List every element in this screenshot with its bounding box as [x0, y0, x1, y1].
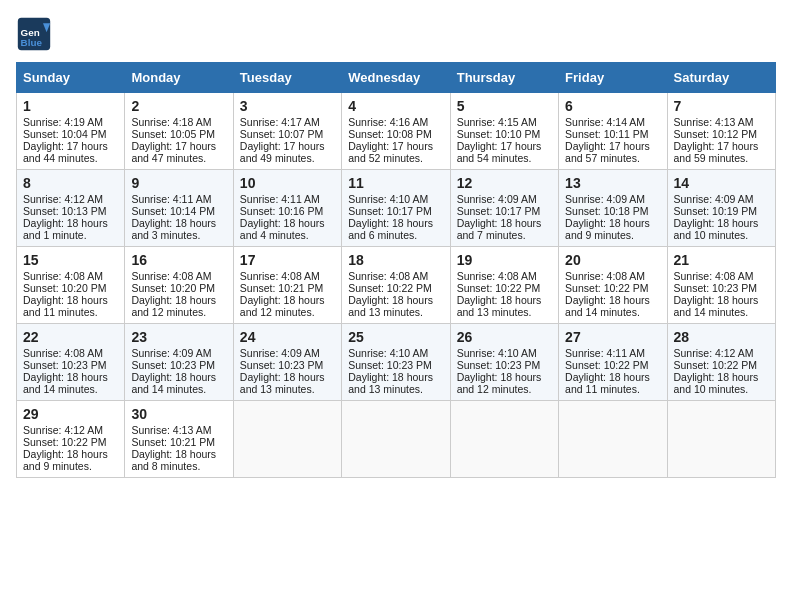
sunset-text: Sunset: 10:22 PM — [348, 282, 431, 294]
svg-text:Blue: Blue — [21, 37, 43, 48]
calendar-cell: 18 Sunrise: 4:08 AM Sunset: 10:22 PM Day… — [342, 247, 450, 324]
day-number: 4 — [348, 98, 443, 114]
sunrise-text: Sunrise: 4:09 AM — [565, 193, 645, 205]
sunset-text: Sunset: 10:11 PM — [565, 128, 648, 140]
sunset-text: Sunset: 10:23 PM — [240, 359, 323, 371]
calendar-cell: 29 Sunrise: 4:12 AM Sunset: 10:22 PM Day… — [17, 401, 125, 478]
calendar-cell — [450, 401, 558, 478]
sunrise-text: Sunrise: 4:08 AM — [565, 270, 645, 282]
daylight-text: Daylight: 17 hours and 57 minutes. — [565, 140, 650, 164]
daylight-text: Daylight: 17 hours and 44 minutes. — [23, 140, 108, 164]
daylight-text: Daylight: 18 hours and 12 minutes. — [240, 294, 325, 318]
sunrise-text: Sunrise: 4:09 AM — [131, 347, 211, 359]
day-number: 22 — [23, 329, 118, 345]
day-number: 27 — [565, 329, 660, 345]
daylight-text: Daylight: 17 hours and 59 minutes. — [674, 140, 759, 164]
day-number: 9 — [131, 175, 226, 191]
sunrise-text: Sunrise: 4:13 AM — [674, 116, 754, 128]
calendar-cell — [233, 401, 341, 478]
logo: Gen Blue — [16, 16, 58, 52]
calendar-cell — [559, 401, 667, 478]
sunset-text: Sunset: 10:18 PM — [565, 205, 648, 217]
sunset-text: Sunset: 10:23 PM — [348, 359, 431, 371]
sunset-text: Sunset: 10:10 PM — [457, 128, 540, 140]
sunset-text: Sunset: 10:21 PM — [131, 436, 214, 448]
header-tuesday: Tuesday — [233, 63, 341, 93]
day-number: 1 — [23, 98, 118, 114]
day-number: 12 — [457, 175, 552, 191]
sunrise-text: Sunrise: 4:16 AM — [348, 116, 428, 128]
sunrise-text: Sunrise: 4:12 AM — [23, 424, 103, 436]
sunrise-text: Sunrise: 4:12 AM — [674, 347, 754, 359]
week-row-5: 29 Sunrise: 4:12 AM Sunset: 10:22 PM Day… — [17, 401, 776, 478]
day-number: 8 — [23, 175, 118, 191]
day-number: 3 — [240, 98, 335, 114]
sunrise-text: Sunrise: 4:12 AM — [23, 193, 103, 205]
sunrise-text: Sunrise: 4:09 AM — [457, 193, 537, 205]
daylight-text: Daylight: 18 hours and 10 minutes. — [674, 217, 759, 241]
daylight-text: Daylight: 18 hours and 8 minutes. — [131, 448, 216, 472]
daylight-text: Daylight: 17 hours and 52 minutes. — [348, 140, 433, 164]
daylight-text: Daylight: 18 hours and 11 minutes. — [565, 371, 650, 395]
daylight-text: Daylight: 18 hours and 1 minute. — [23, 217, 108, 241]
calendar-cell: 17 Sunrise: 4:08 AM Sunset: 10:21 PM Day… — [233, 247, 341, 324]
sunrise-text: Sunrise: 4:08 AM — [240, 270, 320, 282]
header-wednesday: Wednesday — [342, 63, 450, 93]
daylight-text: Daylight: 18 hours and 14 minutes. — [23, 371, 108, 395]
daylight-text: Daylight: 18 hours and 14 minutes. — [131, 371, 216, 395]
sunrise-text: Sunrise: 4:08 AM — [131, 270, 211, 282]
header-row: SundayMondayTuesdayWednesdayThursdayFrid… — [17, 63, 776, 93]
sunrise-text: Sunrise: 4:10 AM — [348, 193, 428, 205]
sunrise-text: Sunrise: 4:08 AM — [348, 270, 428, 282]
daylight-text: Daylight: 18 hours and 13 minutes. — [240, 371, 325, 395]
week-row-4: 22 Sunrise: 4:08 AM Sunset: 10:23 PM Day… — [17, 324, 776, 401]
calendar-header: SundayMondayTuesdayWednesdayThursdayFrid… — [17, 63, 776, 93]
daylight-text: Daylight: 18 hours and 6 minutes. — [348, 217, 433, 241]
calendar-cell: 8 Sunrise: 4:12 AM Sunset: 10:13 PM Dayl… — [17, 170, 125, 247]
week-row-1: 1 Sunrise: 4:19 AM Sunset: 10:04 PM Dayl… — [17, 93, 776, 170]
calendar-cell: 4 Sunrise: 4:16 AM Sunset: 10:08 PM Dayl… — [342, 93, 450, 170]
daylight-text: Daylight: 18 hours and 12 minutes. — [457, 371, 542, 395]
sunrise-text: Sunrise: 4:11 AM — [565, 347, 645, 359]
sunrise-text: Sunrise: 4:08 AM — [674, 270, 754, 282]
day-number: 26 — [457, 329, 552, 345]
header-monday: Monday — [125, 63, 233, 93]
daylight-text: Daylight: 18 hours and 13 minutes. — [457, 294, 542, 318]
sunset-text: Sunset: 10:22 PM — [674, 359, 757, 371]
sunset-text: Sunset: 10:14 PM — [131, 205, 214, 217]
sunrise-text: Sunrise: 4:08 AM — [23, 347, 103, 359]
calendar-cell: 20 Sunrise: 4:08 AM Sunset: 10:22 PM Day… — [559, 247, 667, 324]
sunrise-text: Sunrise: 4:09 AM — [674, 193, 754, 205]
day-number: 19 — [457, 252, 552, 268]
day-number: 30 — [131, 406, 226, 422]
daylight-text: Daylight: 18 hours and 14 minutes. — [565, 294, 650, 318]
sunset-text: Sunset: 10:20 PM — [23, 282, 106, 294]
sunset-text: Sunset: 10:16 PM — [240, 205, 323, 217]
header: Gen Blue — [16, 16, 776, 52]
sunset-text: Sunset: 10:04 PM — [23, 128, 106, 140]
calendar-cell: 14 Sunrise: 4:09 AM Sunset: 10:19 PM Day… — [667, 170, 775, 247]
sunrise-text: Sunrise: 4:11 AM — [131, 193, 211, 205]
sunrise-text: Sunrise: 4:13 AM — [131, 424, 211, 436]
calendar-cell: 15 Sunrise: 4:08 AM Sunset: 10:20 PM Day… — [17, 247, 125, 324]
sunset-text: Sunset: 10:22 PM — [565, 282, 648, 294]
sunset-text: Sunset: 10:17 PM — [457, 205, 540, 217]
day-number: 17 — [240, 252, 335, 268]
day-number: 25 — [348, 329, 443, 345]
sunrise-text: Sunrise: 4:10 AM — [348, 347, 428, 359]
calendar-cell: 10 Sunrise: 4:11 AM Sunset: 10:16 PM Day… — [233, 170, 341, 247]
calendar-cell: 26 Sunrise: 4:10 AM Sunset: 10:23 PM Day… — [450, 324, 558, 401]
day-number: 7 — [674, 98, 769, 114]
sunrise-text: Sunrise: 4:08 AM — [457, 270, 537, 282]
calendar-cell: 6 Sunrise: 4:14 AM Sunset: 10:11 PM Dayl… — [559, 93, 667, 170]
day-number: 18 — [348, 252, 443, 268]
sunset-text: Sunset: 10:19 PM — [674, 205, 757, 217]
sunset-text: Sunset: 10:17 PM — [348, 205, 431, 217]
sunrise-text: Sunrise: 4:15 AM — [457, 116, 537, 128]
daylight-text: Daylight: 18 hours and 10 minutes. — [674, 371, 759, 395]
calendar-cell: 11 Sunrise: 4:10 AM Sunset: 10:17 PM Day… — [342, 170, 450, 247]
week-row-3: 15 Sunrise: 4:08 AM Sunset: 10:20 PM Day… — [17, 247, 776, 324]
calendar-cell: 3 Sunrise: 4:17 AM Sunset: 10:07 PM Dayl… — [233, 93, 341, 170]
day-number: 16 — [131, 252, 226, 268]
daylight-text: Daylight: 18 hours and 11 minutes. — [23, 294, 108, 318]
